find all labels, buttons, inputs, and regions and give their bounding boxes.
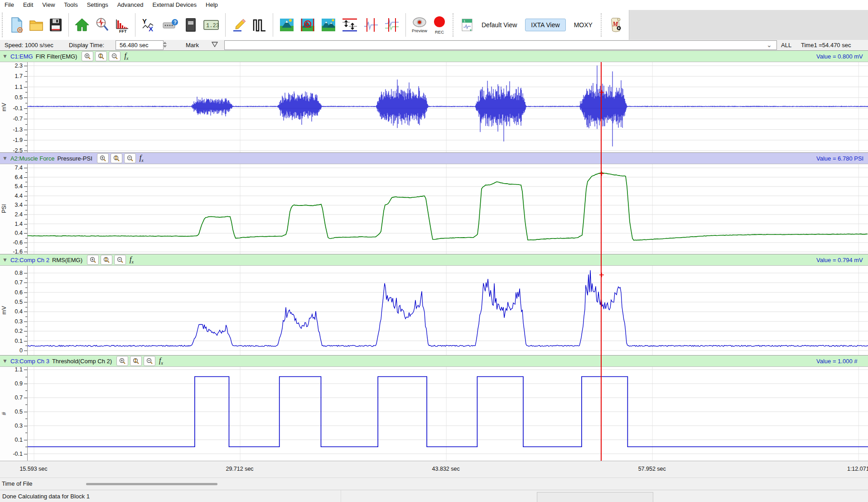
- menu-external-devices[interactable]: External Devices: [148, 0, 201, 10]
- time-axis-label: 1:12.071: [847, 466, 868, 472]
- mark-text-input[interactable]: [224, 40, 777, 50]
- autoscale-y-button[interactable]: [111, 153, 122, 163]
- y-tick-label: 0.3: [15, 423, 23, 429]
- preview-label: Preview: [412, 28, 427, 33]
- plot-c1-emg[interactable]: [27, 62, 868, 152]
- plot-a2-pressure[interactable]: [27, 164, 868, 254]
- y-tick-mark: [24, 140, 27, 141]
- all-button[interactable]: ALL: [781, 40, 791, 50]
- stimulus-pulse-icon: [252, 17, 267, 33]
- autoscale-y-button[interactable]: [95, 51, 107, 61]
- autoscale-y-button[interactable]: [101, 255, 112, 265]
- display-time-input[interactable]: 56.480 sec: [116, 40, 164, 50]
- y-tick-mark: [24, 351, 27, 351]
- scrollbar-thumb[interactable]: [86, 483, 217, 485]
- y-tick-mark: [24, 243, 27, 243]
- channel-function[interactable]: RMS(EMG): [52, 257, 82, 263]
- device-setup-button[interactable]: ?: [162, 18, 178, 32]
- menu-edit[interactable]: Edit: [19, 0, 38, 10]
- channel-name[interactable]: C3:Comp Ch 3: [10, 358, 49, 365]
- y-tick-label: 0.7: [15, 279, 23, 286]
- channel-name[interactable]: A2:Muscle Force: [10, 155, 55, 162]
- ixta-view-button[interactable]: IXTA View: [525, 19, 565, 31]
- time-scrollbar: Time of File: [0, 478, 868, 490]
- zoom-out-y-button[interactable]: [109, 51, 121, 61]
- collapse-triangle-icon[interactable]: ▼: [2, 257, 8, 263]
- svg-text:?: ?: [174, 19, 177, 25]
- autoscale-button[interactable]: [342, 17, 358, 33]
- journal-button[interactable]: [184, 17, 198, 33]
- toolbar-separator: [135, 13, 135, 37]
- magnifier-crosshair-icon: [95, 17, 109, 33]
- zoom-between-cursors-button[interactable]: [300, 18, 315, 32]
- view-selector-button[interactable]: 1: [461, 17, 474, 33]
- channel-name[interactable]: C2:Comp Ch 2: [10, 257, 49, 263]
- toolbar-separator: [273, 13, 273, 37]
- zoom-out-y-button[interactable]: [144, 356, 155, 366]
- channel-function[interactable]: Threshold(Comp Ch 2): [52, 358, 112, 365]
- toolbar-drag-handle[interactable]: [2, 13, 5, 37]
- preview-button[interactable]: Preview: [412, 17, 427, 33]
- zoom-out-y-button[interactable]: [114, 255, 126, 265]
- menu-tools[interactable]: Tools: [59, 0, 82, 10]
- stimulator-button[interactable]: [252, 17, 267, 33]
- autoscale-icon: [342, 17, 358, 33]
- save-button[interactable]: [49, 18, 63, 32]
- open-file-button[interactable]: [29, 17, 43, 33]
- menu-help[interactable]: Help: [201, 0, 222, 10]
- zoom-in-y-button[interactable]: [97, 153, 109, 163]
- channel-function[interactable]: FIR Filter(EMG): [36, 53, 77, 60]
- time-axis: 15.593 sec29.712 sec43.832 sec57.952 sec…: [0, 461, 868, 478]
- home-view-button[interactable]: [75, 18, 89, 32]
- zoom-in-y-button[interactable]: [87, 255, 99, 265]
- menu-file[interactable]: File: [0, 0, 19, 10]
- channel-function[interactable]: Pressure-PSI: [57, 155, 92, 162]
- macro-button[interactable]: M: [609, 16, 623, 34]
- menu-settings[interactable]: Settings: [82, 0, 113, 10]
- function-fx-button[interactable]: fx: [124, 52, 128, 61]
- y-axis-unit: mV: [1, 97, 7, 117]
- zoom-display-button[interactable]: [279, 18, 294, 32]
- xy-plot-icon: Y X: [141, 17, 157, 33]
- plot-c3-threshold[interactable]: [27, 367, 868, 461]
- y-tick-label: 0: [19, 347, 23, 354]
- one-cursor-button[interactable]: [363, 17, 379, 33]
- add-mark-button[interactable]: [231, 17, 247, 33]
- new-file-button[interactable]: [10, 17, 24, 33]
- channel-name[interactable]: C1:EMG: [10, 53, 33, 60]
- channel-value-readout: Value = 6.780 PSI: [816, 153, 863, 165]
- y-axis-unit: PSI: [1, 198, 7, 219]
- collapse-triangle-icon[interactable]: ▼: [2, 53, 8, 59]
- collapse-triangle-icon[interactable]: ▼: [2, 358, 8, 364]
- record-button[interactable]: REC: [433, 15, 446, 34]
- zoom-out-y-button[interactable]: [124, 153, 136, 163]
- fft-button[interactable]: FFT: [115, 17, 129, 33]
- y-tick-mark: [24, 97, 27, 98]
- mark-dropdown-chevron-icon[interactable]: ⌄: [767, 40, 772, 50]
- y-tick-mark: [24, 426, 27, 426]
- rms-trace: [28, 270, 868, 346]
- default-view-button[interactable]: Default View: [482, 21, 517, 29]
- function-fx-button[interactable]: fx: [130, 255, 134, 264]
- menu-advanced[interactable]: Advanced: [113, 0, 148, 10]
- function-fx-button[interactable]: fx: [140, 154, 144, 163]
- toolbar-separator: [453, 13, 454, 37]
- time-cursor[interactable]: [601, 62, 602, 461]
- two-cursors-button[interactable]: [384, 17, 400, 33]
- zoom-in-y-button[interactable]: [82, 51, 93, 61]
- autoscale-y-button[interactable]: [130, 356, 142, 366]
- plot-c2-rms[interactable]: [27, 266, 868, 355]
- mark-drop-icon[interactable]: [211, 41, 218, 51]
- moxy-view-button[interactable]: MOXY: [574, 21, 593, 29]
- y-tick-mark: [24, 283, 27, 283]
- function-fx-button[interactable]: fx: [159, 356, 163, 366]
- display-time-spinner[interactable]: [161, 40, 169, 49]
- collapse-triangle-icon[interactable]: ▼: [2, 155, 8, 161]
- zoom-in-y-button[interactable]: [116, 356, 128, 366]
- zoom-tool-button[interactable]: [95, 17, 109, 33]
- menu-view[interactable]: View: [38, 0, 59, 10]
- zoom-out-display-button[interactable]: [321, 18, 336, 32]
- value-display-button[interactable]: 1.23: [203, 19, 219, 31]
- open-folder-icon: [29, 17, 43, 33]
- xy-view-button[interactable]: Y X: [141, 17, 157, 33]
